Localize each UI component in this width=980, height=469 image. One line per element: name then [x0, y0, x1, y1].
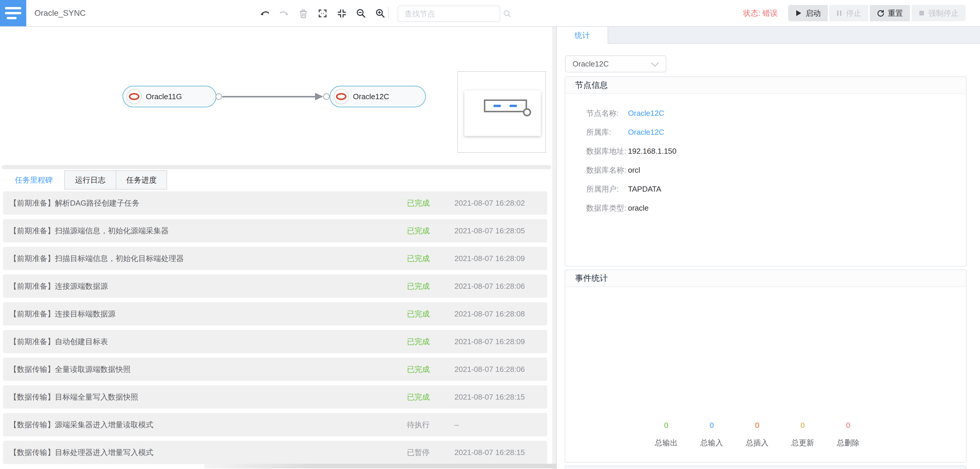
- field-value: oracle: [628, 199, 649, 218]
- milestone-row: 【前期准备】扫描源端信息，初始化源端采集器 已完成 2021-08-07 16:…: [3, 219, 547, 242]
- top-toolbar: Oracle_SYNC: [0, 0, 980, 27]
- milestone-status-badge: 已完成: [407, 191, 430, 215]
- minimap-node-marker: [509, 105, 517, 107]
- event-stat-value: 0: [643, 421, 689, 429]
- flow-node-oracle12c[interactable]: Oracle12C: [329, 86, 426, 107]
- undo-icon: [259, 8, 270, 19]
- milestone-text: 【数据传输】源端采集器进入增量读取模式: [10, 413, 153, 436]
- start-button[interactable]: 启动: [788, 5, 828, 21]
- panel-tab-bar: 统计: [557, 27, 980, 44]
- milestone-timestamp: 2021-08-07 16:28:06: [454, 275, 525, 298]
- fit-view-button[interactable]: [317, 8, 328, 19]
- event-stat-value: 0: [734, 421, 780, 429]
- hamburger-menu-button[interactable]: [0, 0, 26, 26]
- milestone-status-badge: 已完成: [407, 302, 430, 326]
- stop-button[interactable]: 停止: [829, 5, 868, 21]
- event-stat-item: 0 总删除: [826, 421, 871, 448]
- milestone-text: 【前期准备】解析DAG路径创建子任务: [10, 191, 139, 215]
- event-stat-item: 0 总插入: [734, 421, 780, 448]
- milestone-row: 【数据传输】全量读取源端数据快照 已完成 2021-08-07 16:28:06: [3, 358, 547, 381]
- milestone-text: 【前期准备】连接源端数据源: [10, 275, 108, 298]
- next-card-top-edge: [565, 466, 967, 469]
- milestone-timestamp: 2021-08-07 16:28:15: [454, 385, 525, 409]
- field-value[interactable]: Oracle12C: [628, 104, 664, 123]
- tab-task-milestones[interactable]: 任务里程碑: [3, 170, 65, 189]
- fullscreen-icon: [317, 8, 328, 19]
- search-icon: [503, 10, 512, 18]
- minimap-viewport-rect: [484, 99, 527, 112]
- zoom-in-button[interactable]: [375, 8, 386, 19]
- node-search-input[interactable]: [398, 9, 503, 19]
- target-port[interactable]: [323, 93, 329, 100]
- zoom-out-button[interactable]: [356, 8, 367, 19]
- panel-resize-handle[interactable]: [2, 165, 551, 169]
- node-search: [398, 6, 500, 22]
- milestone-timestamp: 2021-08-07 16:28:08: [454, 302, 525, 326]
- milestone-row: 【前期准备】解析DAG路径创建子任务 已完成 2021-08-07 16:28:…: [3, 191, 547, 215]
- oracle-icon: [127, 89, 142, 104]
- milestone-status-badge: 已完成: [407, 275, 430, 298]
- statistics-panel: 统计 Oracle12C 节点信息 节点名称: Oracle12C 所属库: O…: [556, 27, 980, 469]
- event-stat-label: 总插入: [734, 438, 780, 448]
- event-stat-value: 0: [689, 421, 734, 429]
- node-info-field: 数据库地址: 192.168.1.150: [565, 142, 966, 161]
- field-value[interactable]: Oracle12C: [628, 123, 664, 142]
- field-label: 数据库地址:: [586, 142, 626, 161]
- milestone-row: 【数据传输】源端采集器进入增量读取模式 待执行 –: [3, 413, 547, 436]
- milestone-text: 【前期准备】扫描目标端信息，初始化目标端处理器: [10, 247, 184, 270]
- bottom-tab-bar: 任务里程碑 运行日志 任务进度: [3, 170, 167, 189]
- redo-button[interactable]: [278, 8, 290, 19]
- minimap[interactable]: [457, 71, 546, 153]
- tab-run-log[interactable]: 运行日志: [64, 170, 116, 189]
- zoom-in-icon: [375, 8, 386, 19]
- milestone-status-badge: 待执行: [407, 413, 430, 436]
- delete-node-button[interactable]: [298, 8, 309, 19]
- milestone-status-badge: 已完成: [407, 219, 430, 242]
- toolbar-divider: [388, 7, 389, 19]
- node-select-dropdown[interactable]: Oracle12C: [565, 56, 667, 72]
- event-stat-item: 0 总输入: [689, 421, 734, 448]
- milestone-row: 【前期准备】连接目标端数据源 已完成 2021-08-07 16:28:08: [3, 302, 547, 326]
- canvas-vertical-scrollbar[interactable]: [552, 27, 556, 469]
- force-stop-button[interactable]: 强制停止: [912, 5, 966, 21]
- flow-node-oracle11g[interactable]: Oracle11G: [123, 86, 216, 107]
- undo-button[interactable]: [259, 8, 270, 19]
- reset-button[interactable]: 重置: [870, 5, 910, 21]
- node-info-field: 节点名称: Oracle12C: [565, 104, 966, 123]
- hamburger-icon: [5, 7, 21, 10]
- milestone-timestamp: 2021-08-07 16:28:09: [454, 247, 525, 270]
- event-stat-value: 0: [780, 421, 826, 429]
- field-label: 所属库:: [586, 123, 611, 142]
- collapse-icon: [336, 8, 347, 19]
- milestone-text: 【数据传输】目标端全量写入数据快照: [10, 385, 138, 409]
- collapse-view-button[interactable]: [336, 8, 347, 19]
- field-label: 节点名称:: [586, 104, 619, 123]
- milestone-timestamp: 2021-08-07 16:28:02: [454, 191, 525, 215]
- oracle-icon: [334, 89, 349, 104]
- milestone-horizontal-scrollbar[interactable]: [204, 464, 576, 468]
- milestone-row: 【前期准备】扫描目标端信息，初始化目标端处理器 已完成 2021-08-07 1…: [3, 247, 547, 270]
- minimap-canvas: [465, 91, 541, 136]
- milestone-row: 【数据传输】目标端全量写入数据快照 已完成 2021-08-07 16:28:1…: [3, 385, 547, 409]
- field-value: orcl: [628, 161, 640, 180]
- task-button-group: 启动 停止 重置: [788, 5, 966, 21]
- task-controls: 状态: 错误 启动 停止: [743, 5, 966, 21]
- redo-icon: [278, 8, 290, 19]
- tab-task-progress[interactable]: 任务进度: [116, 170, 167, 189]
- node-info-title: 节点信息: [565, 77, 966, 94]
- minimap-handle[interactable]: [523, 108, 531, 116]
- milestone-row: 【前期准备】连接源端数据源 已完成 2021-08-07 16:28:06: [3, 275, 547, 298]
- event-stat-label: 总输出: [643, 438, 689, 448]
- task-title: Oracle_SYNC: [34, 0, 86, 26]
- node-select-value: Oracle12C: [566, 59, 652, 68]
- event-stat-item: 0 总更新: [780, 421, 826, 448]
- milestone-status-badge: 已完成: [407, 330, 430, 353]
- milestone-text: 【前期准备】自动创建目标表: [10, 330, 108, 353]
- tab-statistics[interactable]: 统计: [557, 27, 608, 44]
- event-stat-label: 总更新: [780, 438, 826, 448]
- field-label: 数据库名称:: [586, 161, 626, 180]
- event-stat-label: 总输入: [689, 438, 734, 448]
- flow-edge-arrowhead: [315, 93, 323, 100]
- event-stats-card: 事件统计 0 总输出 0 总输入 0 总插入 0 总更新 0: [565, 270, 967, 463]
- source-port[interactable]: [216, 93, 222, 100]
